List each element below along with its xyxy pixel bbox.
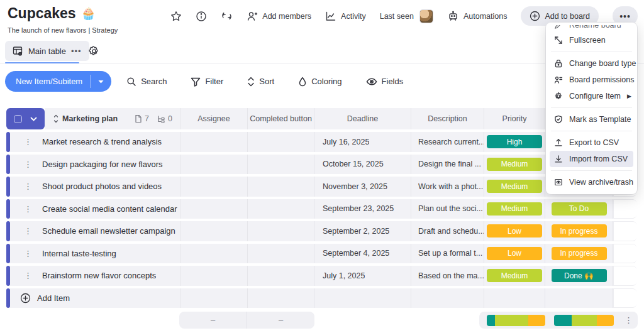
assignee-cell[interactable] [180,244,248,264]
automations-button[interactable]: Automations [447,10,507,22]
search-button[interactable]: Search [126,77,167,87]
priority-cell[interactable]: Medium [484,199,545,219]
menu-item-mark-as-template[interactable]: Mark as Template [550,111,633,128]
menu-item-fullscreen[interactable]: Fullscreen [550,32,633,48]
priority-pill[interactable]: High [487,135,542,148]
priority-pill[interactable]: Low [487,224,542,237]
table-row[interactable]: ⋮Market research & trend analysis July 1… [6,132,636,152]
extra-cell[interactable] [613,199,636,219]
row-menu-icon[interactable]: ⋮ [16,182,38,190]
completed-cell[interactable] [248,177,314,197]
tab-options-icon[interactable]: ••• [71,46,82,56]
group-collapse-chevron-icon[interactable] [30,117,37,121]
menu-item-configure-item[interactable]: Configure Item ▶ [550,88,633,104]
sort-button[interactable]: Sort [247,77,274,87]
description-cell[interactable]: Based on the ma... [411,266,484,286]
row-menu-icon[interactable]: ⋮ [16,227,38,235]
add-item-label[interactable]: Add Item [37,293,70,303]
completed-cell[interactable] [248,132,314,152]
tab-main-table[interactable]: Main table ••• [5,41,89,61]
priority-pill[interactable]: Medium [487,269,542,282]
status-cell[interactable]: Done 🙌 [545,266,613,286]
extra-cell[interactable] [613,221,636,241]
completed-cell[interactable] [248,244,314,264]
status-cell[interactable]: In progress [545,221,613,241]
select-all-checkbox[interactable] [14,115,22,123]
extra-cell[interactable] [613,244,636,264]
description-cell[interactable]: Work with a phot... [411,177,484,197]
row-menu-icon[interactable]: ⋮ [16,271,38,280]
priority-cell[interactable]: Medium [484,177,545,197]
status-distribution-bar[interactable] [554,315,614,326]
priority-cell[interactable]: Medium [484,155,545,175]
menu-item-export-csv[interactable]: Export to CSV [550,134,633,151]
priority-pill[interactable]: Medium [487,202,542,216]
column-header-completed[interactable]: Completed button [248,108,314,129]
completed-cell[interactable] [248,221,314,241]
status-pill[interactable]: In progress [552,247,607,260]
row-menu-icon[interactable]: ⋮ [16,160,38,168]
priority-distribution-bar[interactable] [487,315,545,326]
activity-button[interactable]: Activity [325,11,366,22]
footer-menu-icon[interactable]: ⋮ [625,315,633,325]
new-item-dropdown-caret[interactable] [91,71,111,92]
status-pill[interactable]: To Do [552,202,607,216]
completed-cell[interactable] [248,155,314,175]
description-cell[interactable]: Plan out the soci... [411,199,484,219]
item-name[interactable]: Schedule email newsletter campaign [42,226,175,236]
priority-pill[interactable]: Low [487,247,542,260]
new-item-button[interactable]: New Item/Subitem [5,71,111,92]
assignee-cell[interactable] [180,199,248,219]
priority-cell[interactable]: Medium [484,266,545,286]
add-item-row[interactable]: Add Item [6,288,636,308]
last-seen[interactable]: Last seen [380,9,433,23]
info-icon[interactable] [196,11,207,22]
description-cell[interactable]: Research current... [411,132,484,152]
table-row[interactable]: ⋮Internal taste-testing September 4, 202… [6,244,636,264]
fields-button[interactable]: Fields [366,77,404,87]
column-header-group[interactable]: Marketing plan 7 0 [45,108,180,129]
menu-item-change-board-type[interactable]: Change board type [550,55,633,72]
add-item-plus-icon[interactable] [20,293,31,303]
table-row[interactable]: ⋮Shoot product photos and videos Novembe… [6,177,636,197]
status-cell[interactable]: To Do [545,199,613,219]
assignee-cell[interactable] [180,155,248,175]
deadline-cell[interactable]: September 2, 2025 [314,221,411,241]
deadline-cell[interactable]: September 23, 2025 [314,199,411,219]
table-row[interactable]: ⋮Brainstorm new flavor concepts July 1, … [6,266,636,286]
description-cell[interactable]: Draft and schedu... [411,221,484,241]
board-settings-gear-icon[interactable] [88,45,100,60]
item-name[interactable]: Design packaging for new flavors [42,160,163,169]
deadline-cell[interactable]: November 3, 2025 [314,177,411,197]
last-seen-avatar[interactable] [419,9,433,23]
integrations-sync-icon[interactable] [221,10,233,22]
assignee-cell[interactable] [180,221,248,241]
menu-item-clipped[interactable]: Rename board [550,25,633,32]
status-cell[interactable]: In progress [545,244,613,264]
priority-pill[interactable]: Medium [487,180,542,193]
item-name[interactable]: Create social media content calendar [42,204,177,214]
description-cell[interactable]: Set up a formal t... [411,244,484,264]
deadline-cell[interactable]: September 4, 2025 [314,244,411,264]
column-header-priority[interactable]: Priority [484,108,545,129]
status-pill[interactable]: Done 🙌 [552,269,607,282]
add-members-button[interactable]: Add members [247,11,311,22]
column-header-description[interactable]: Description [411,108,484,129]
column-header-deadline[interactable]: Deadline [314,108,411,129]
table-row[interactable]: ⋮Design packaging for new flavors Octobe… [6,155,636,175]
favorite-star-icon[interactable] [170,11,182,22]
assignee-cell[interactable] [180,132,248,152]
priority-cell[interactable]: High [484,132,545,152]
table-row[interactable]: ⋮Create social media content calendar Se… [6,199,636,219]
extra-cell[interactable] [613,266,636,286]
description-cell[interactable]: Design the final ... [411,155,484,175]
row-menu-icon[interactable]: ⋮ [16,138,38,146]
item-name[interactable]: Internal taste-testing [42,249,116,258]
item-name[interactable]: Brainstorm new flavor concepts [42,271,156,280]
priority-cell[interactable]: Low [484,221,545,241]
assignee-cell[interactable] [180,177,248,197]
priority-pill[interactable]: Medium [487,158,542,171]
item-name[interactable]: Shoot product photos and videos [42,182,162,191]
item-name[interactable]: Market research & trend analysis [42,137,162,146]
completed-cell[interactable] [248,199,314,219]
